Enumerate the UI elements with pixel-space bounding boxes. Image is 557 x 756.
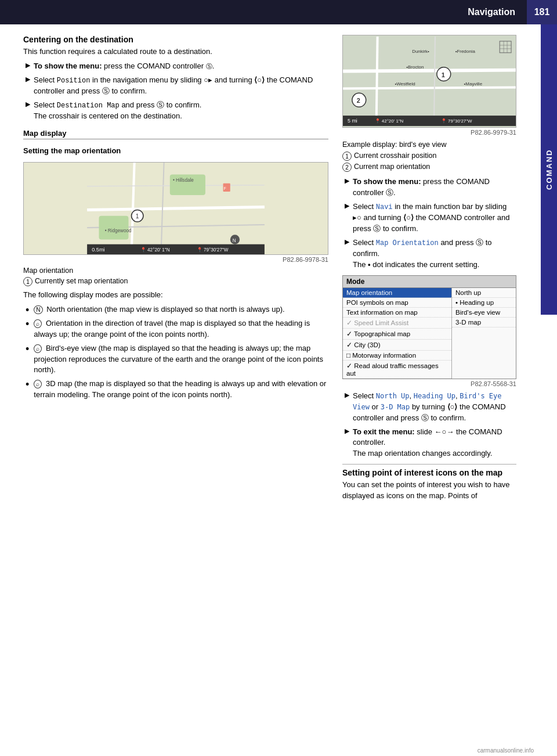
orient-3d-text: ⌕ 3D map (the map is displayed so that t…	[34, 379, 328, 401]
svg-text:📍 79°30'27"W: 📍 79°30'27"W	[197, 247, 229, 253]
right-bullet-select-text: Select North Up, Heading Up, Bird's Eye …	[353, 391, 516, 424]
menu-table: Mode Map orientation POI symbols on map …	[342, 275, 516, 379]
svg-text:📍 42°20' 1"N: 📍 42°20' 1"N	[140, 247, 170, 253]
centering-title: Centering on the destination	[23, 35, 328, 44]
map-orient-title: Setting the map orientation	[23, 146, 328, 156]
svg-text:• Hillsdale: • Hillsdale	[173, 178, 194, 183]
right-bullet-exit-text: To exit the menu: slide ←○→ the COMAND c…	[353, 427, 516, 460]
menu-row-motorway[interactable]: □ Motorway information	[343, 351, 451, 361]
menu-row-speed: ✓ Speed Limit Assist	[343, 318, 451, 329]
arrow-icon-1: ▶	[26, 62, 30, 69]
menu-table-body: Map orientation POI symbols on map Text …	[343, 288, 516, 379]
orient-bird: • ⌕ Bird's-eye view (the map is displaye…	[23, 343, 328, 376]
svg-text:•Mayville: •Mayville	[464, 81, 483, 87]
map-image-left: • Ridgewood • Hillsdale 1 F N 0.5mi 📍 42…	[23, 162, 328, 255]
orient-north: • N North orientation (the map view is d…	[23, 304, 328, 315]
svg-text:F: F	[224, 186, 227, 191]
svg-rect-16	[87, 244, 265, 254]
menu-row-read-aloud[interactable]: ✓ Read aloud traffic messages aut	[343, 361, 451, 379]
right-bullet-text-3: Select Map Orientation and press Ⓢ to co…	[353, 237, 516, 271]
map-orient-label: Map orientation	[23, 267, 328, 275]
right-arrow-3: ▶	[345, 238, 349, 246]
map-orient-item1: 1 Currently set map orientation	[23, 277, 328, 286]
svg-text:•Fredonia: •Fredonia	[455, 49, 476, 54]
map-image-right: Dunkirk• •Fredonia •Brocton •Westfield •…	[342, 35, 516, 128]
menu-row-topo[interactable]: ✓ Topographical map	[343, 329, 451, 340]
svg-text:• Ridgewood: • Ridgewood	[105, 228, 132, 233]
right-arrow-1: ▶	[345, 177, 349, 185]
svg-text:•Brocton: •Brocton	[406, 64, 424, 70]
menu-row-city[interactable]: ✓ City (3D)	[343, 340, 451, 351]
svg-text:📍 42°20' 1"N: 📍 42°20' 1"N	[375, 118, 404, 124]
menu-right-birds-eye[interactable]: Bird's-eye view	[452, 308, 516, 318]
right-bullet-select: ▶ Select North Up, Heading Up, Bird's Ey…	[342, 391, 516, 424]
menu-col-right: North up • Heading up Bird's-eye view 3-…	[452, 288, 516, 379]
bullet-show-menu: ▶ To show the menu: press the COMAND con…	[23, 61, 328, 72]
left-column: Centering on the destination This functi…	[23, 35, 328, 505]
map-display-title: Map display	[23, 129, 328, 139]
svg-text:Dunkirk•: Dunkirk•	[412, 49, 429, 54]
right-circle-2: 2	[342, 163, 352, 172]
orient-3d: • ⌕ 3D map (the map is displayed so that…	[23, 379, 328, 401]
svg-text:2: 2	[357, 97, 360, 104]
svg-text:5 mi: 5 mi	[348, 118, 357, 124]
orient-travel-text: ⌕ Orientation in the direction of travel…	[34, 318, 328, 340]
menu-right-3d-map[interactable]: 3-D map	[452, 318, 516, 327]
svg-text:•Westfield: •Westfield	[395, 81, 415, 87]
right-item-1-text: Current crosshair position	[354, 152, 436, 160]
poi-intro: You can set the points of interest you w…	[342, 480, 516, 502]
bullet-select-dest-map: ▶ Select Destination Map and press Ⓢ to …	[23, 100, 328, 122]
right-bullet-1: ▶ To show the menu: press the COMAND con…	[342, 177, 516, 199]
bullet-text-3: Select Destination Map and press Ⓢ to co…	[34, 100, 328, 122]
bullet-dot-travel: •	[26, 319, 29, 329]
example-label: Example display: bird's eye view	[342, 139, 516, 150]
menu-table-header: Mode	[343, 276, 516, 288]
right-arrow-select: ▶	[345, 391, 349, 399]
side-tab-comand: COMAND	[541, 24, 557, 315]
page-header: Navigation 181	[0, 0, 557, 24]
svg-line-22	[343, 87, 516, 88]
orient-north-text: N North orientation (the map view is dis…	[34, 304, 328, 315]
header-nav-title: Navigation	[0, 7, 527, 17]
centering-intro: This function requires a calculated rout…	[23, 46, 328, 57]
menu-right-north-up[interactable]: North up	[452, 288, 516, 298]
svg-text:📍 79°30'27"W: 📍 79°30'27"W	[441, 118, 472, 124]
right-item-2: 2 Current map orientation	[342, 163, 516, 172]
svg-text:1: 1	[136, 213, 139, 219]
svg-rect-6	[99, 216, 128, 240]
right-arrow-exit: ▶	[345, 427, 349, 435]
svg-rect-39	[343, 116, 516, 126]
bullet-dot-3d: •	[26, 379, 29, 390]
right-bullet-text-1: To show the menu: press the COMAND contr…	[353, 177, 516, 199]
svg-line-23	[377, 37, 378, 126]
divider	[342, 464, 516, 465]
right-bullet-exit: ▶ To exit the menu: slide ←○→ the COMAND…	[342, 427, 516, 460]
right-bullet-2: ▶ Select Navi in the main function bar b…	[342, 201, 516, 235]
svg-text:1: 1	[442, 71, 445, 78]
main-content: Centering on the destination This functi…	[0, 24, 540, 516]
bullet-select-position: ▶ Select Position in the navigation menu…	[23, 75, 328, 97]
right-item-2-text: Current map orientation	[354, 163, 430, 171]
map-right-caption: P82.86-9979-31	[342, 129, 516, 136]
bullet-text-2: Select Position in the navigation menu b…	[34, 75, 328, 97]
menu-row-map-orientation[interactable]: Map orientation	[343, 288, 451, 298]
circle-1: 1	[23, 277, 32, 286]
following-text: The following display modes are possible…	[23, 290, 328, 301]
right-item-1: 1 Current crosshair position	[342, 152, 516, 161]
svg-text:0.5mi: 0.5mi	[92, 247, 104, 253]
page-number: 181	[527, 0, 557, 24]
right-bullet-3: ▶ Select Map Orientation and press Ⓢ to …	[342, 237, 516, 271]
map-left-caption: P82.86-9978-31	[23, 256, 328, 263]
right-column: Dunkirk• •Fredonia •Brocton •Westfield •…	[342, 35, 516, 505]
bullet-dot-bird: •	[26, 344, 29, 354]
menu-right-heading-up[interactable]: • Heading up	[452, 298, 516, 308]
right-circle-1: 1	[342, 152, 352, 161]
right-arrow-2: ▶	[345, 202, 349, 210]
watermark: carmanualsonline.info	[478, 747, 534, 754]
menu-row-poi[interactable]: POI symbols on map	[343, 298, 451, 308]
poi-title: Setting point of interest icons on the m…	[342, 468, 516, 477]
bullet-text-1: To show the menu: press the COMAND contr…	[34, 61, 328, 72]
orient-bird-text: ⌕ Bird's-eye view (the map is displayed …	[34, 343, 328, 376]
arrow-icon-2: ▶	[26, 75, 30, 83]
menu-row-text-info[interactable]: Text information on map	[343, 308, 451, 318]
